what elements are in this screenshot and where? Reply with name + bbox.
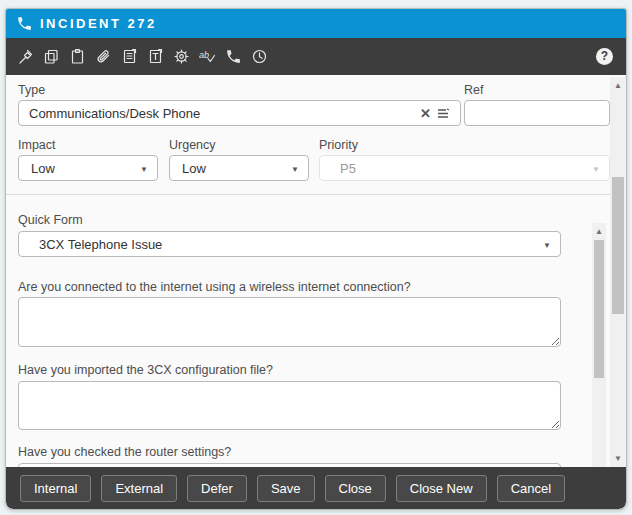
cancel-button[interactable]: Cancel — [497, 475, 565, 502]
internal-button[interactable]: Internal — [20, 475, 91, 502]
type-input[interactable] — [29, 106, 415, 121]
copy-icon[interactable] — [43, 48, 60, 65]
scroll-down-icon[interactable]: ▼ — [610, 451, 626, 466]
scroll-up-icon[interactable]: ▲ — [592, 224, 606, 239]
save-button[interactable]: Save — [257, 475, 315, 502]
window-title: INCIDENT 272 — [40, 16, 157, 31]
priority-select: P5 ▼ — [319, 155, 610, 181]
quick-form-scrollbar[interactable]: ▲ — [592, 223, 606, 467]
chevron-down-icon: ▼ — [140, 165, 148, 174]
notes-document-icon[interactable] — [121, 48, 138, 65]
pin-icon[interactable] — [17, 48, 34, 65]
form-report-icon[interactable] — [147, 48, 164, 65]
spellcheck-icon[interactable]: ab — [199, 48, 216, 65]
close-button[interactable]: Close — [325, 475, 386, 502]
impact-label: Impact — [18, 138, 56, 152]
ref-input[interactable] — [464, 100, 610, 126]
quick-form-select[interactable]: 3CX Telephone Issue ▼ — [18, 231, 561, 257]
priority-value: P5 — [340, 161, 356, 176]
question-1-textarea[interactable] — [18, 297, 561, 347]
impact-value: Low — [31, 161, 55, 176]
urgency-value: Low — [182, 161, 206, 176]
history-clock-icon[interactable] — [251, 48, 268, 65]
urgency-select[interactable]: Low ▼ — [169, 155, 309, 181]
scroll-up-icon[interactable]: ▲ — [610, 78, 626, 93]
action-bar: Internal External Defer Save Close Close… — [6, 467, 626, 509]
type-list-icon[interactable] — [436, 106, 450, 120]
type-combo[interactable]: ✕ — [18, 100, 461, 126]
chevron-down-icon: ▼ — [543, 241, 551, 250]
scrollbar-thumb[interactable] — [594, 240, 604, 378]
section-divider — [6, 194, 610, 195]
settings-gear-icon[interactable] — [173, 48, 190, 65]
phone-icon — [16, 15, 33, 32]
question-2-textarea[interactable] — [18, 381, 561, 430]
question-2-label: Have you imported the 3CX configuration … — [18, 363, 273, 377]
ref-label: Ref — [464, 83, 483, 97]
titlebar: INCIDENT 272 — [6, 9, 626, 38]
help-icon[interactable]: ? — [596, 48, 613, 65]
form-area: Type ✕ Ref Impact Low ▼ Urgency Low ▼ Pr… — [6, 75, 626, 467]
type-label: Type — [18, 83, 45, 97]
toolbar: ab ? — [6, 38, 626, 75]
urgency-label: Urgency — [169, 138, 216, 152]
quick-form-value: 3CX Telephone Issue — [39, 237, 162, 252]
chevron-down-icon: ▼ — [592, 165, 600, 174]
external-button[interactable]: External — [101, 475, 177, 502]
form-scrollbar[interactable]: ▲ ▼ — [610, 77, 626, 467]
quick-form-label: Quick Form — [18, 213, 83, 227]
incident-window: INCIDENT 272 ab ? — [5, 8, 627, 510]
paste-clipboard-icon[interactable] — [69, 48, 86, 65]
priority-label: Priority — [319, 138, 358, 152]
close-new-button[interactable]: Close New — [396, 475, 487, 502]
impact-select[interactable]: Low ▼ — [18, 155, 158, 181]
scrollbar-thumb[interactable] — [612, 177, 624, 314]
question-1-label: Are you connected to the internet using … — [18, 280, 411, 294]
defer-button[interactable]: Defer — [187, 475, 247, 502]
question-3-label: Have you checked the router settings? — [18, 445, 231, 459]
phone-call-icon[interactable] — [225, 48, 242, 65]
chevron-down-icon: ▼ — [291, 165, 299, 174]
attachment-icon[interactable] — [95, 48, 112, 65]
clear-type-icon[interactable]: ✕ — [415, 107, 436, 120]
